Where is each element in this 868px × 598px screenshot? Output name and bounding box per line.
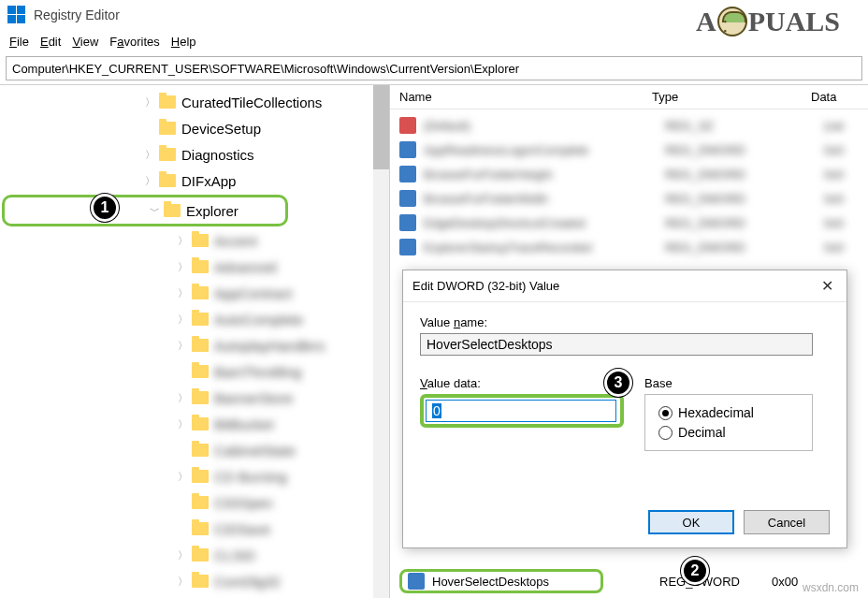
- tree-label: Diagnostics: [181, 147, 254, 163]
- chevron-right-icon[interactable]: 〉: [173, 339, 192, 353]
- tree-item-explorer[interactable]: ﹀ Explorer: [2, 195, 288, 226]
- menu-view[interactable]: View: [72, 35, 98, 49]
- tree-label: DeviceSetup: [181, 121, 261, 137]
- edit-dword-dialog: Edit DWORD (32-bit) Value ✕ Value name: …: [402, 270, 847, 548]
- chevron-right-icon[interactable]: 〉: [140, 174, 159, 188]
- tree-item[interactable]: CIDSave: [0, 516, 389, 542]
- chevron-right-icon[interactable]: 〉: [173, 417, 192, 431]
- chevron-right-icon[interactable]: 〉: [173, 234, 192, 248]
- folder-icon: [192, 365, 209, 378]
- tree-item[interactable]: 〉BitBucket: [0, 411, 389, 437]
- radio-decimal[interactable]: Decimal: [658, 425, 799, 440]
- folder-icon: [192, 339, 209, 352]
- chevron-right-icon[interactable]: 〉: [173, 391, 192, 405]
- tree-item[interactable]: 〉AutoplayHandlers: [0, 332, 389, 358]
- brand-face-icon: [717, 7, 747, 36]
- tree-item[interactable]: 〉ComDlg32: [0, 568, 389, 594]
- tree-item[interactable]: 〉AppContract: [0, 280, 389, 306]
- value-name: ExplorerStartupTraceRecorded: [424, 241, 665, 255]
- column-data[interactable]: Data: [811, 90, 868, 104]
- tree-item[interactable]: 〉 DIFxApp: [0, 168, 389, 194]
- base-label: Base: [644, 376, 813, 390]
- chevron-right-icon[interactable]: 〉: [140, 95, 159, 109]
- tree-item[interactable]: BamThrottling: [0, 358, 389, 385]
- value-name-label: Value name:: [420, 315, 830, 329]
- tree-label: CD Burning: [214, 469, 287, 485]
- radio-dot-icon: [658, 426, 673, 440]
- folder-icon: [159, 122, 176, 135]
- chevron-right-icon[interactable]: 〉: [173, 260, 192, 274]
- list-item[interactable]: (Default)REG_SZ(val: [390, 113, 868, 138]
- chevron-right-icon[interactable]: 〉: [140, 148, 159, 162]
- value-name: HoverSelectDesktops: [432, 575, 595, 589]
- radio-dot-icon: [658, 406, 673, 420]
- scrollbar-thumb[interactable]: [373, 85, 389, 169]
- column-name[interactable]: Name: [390, 90, 652, 104]
- chevron-right-icon[interactable]: 〉: [173, 313, 192, 327]
- cancel-button[interactable]: Cancel: [744, 510, 830, 534]
- value-data-highlight: 0: [420, 394, 624, 428]
- chevron-right-icon[interactable]: 〉: [173, 470, 192, 484]
- chevron-right-icon[interactable]: 〉: [173, 286, 192, 300]
- tree-item[interactable]: 〉Advanced: [0, 254, 389, 280]
- radio-hexadecimal[interactable]: Hexadecimal: [658, 405, 799, 420]
- tree-item[interactable]: CabinetState: [0, 437, 389, 463]
- tree-label: BannerStore: [214, 390, 293, 406]
- tree-label: Advanced: [214, 259, 277, 275]
- list-item-hoverselect[interactable]: HoverSelectDesktops REG_DWORD 0x00: [390, 568, 868, 594]
- annotation-step-1: 1: [91, 194, 119, 222]
- value-name-field[interactable]: HoverSelectDesktops: [420, 333, 813, 356]
- cancel-label: Cancel: [768, 516, 805, 530]
- ok-button[interactable]: OK: [648, 510, 734, 534]
- folder-icon: [192, 260, 209, 273]
- reg-dword-icon: [399, 239, 416, 255]
- value-name: BrowseForFolderWidth: [424, 192, 665, 206]
- folder-icon: [192, 575, 209, 588]
- tree-item[interactable]: 〉AutoComplete: [0, 306, 389, 332]
- tree-item[interactable]: 〉CD Burning: [0, 463, 389, 489]
- tree-item[interactable]: 〉 CuratedTileCollections: [0, 89, 389, 115]
- folder-icon: [192, 470, 209, 483]
- close-icon[interactable]: ✕: [817, 277, 837, 295]
- tree-label: DIFxApp: [181, 173, 236, 189]
- list-item[interactable]: BrowseForFolderWidthREG_DWORD0x0: [390, 186, 868, 211]
- folder-icon: [159, 95, 176, 109]
- reg-dword-icon: [399, 214, 416, 231]
- tree-label: CuratedTileCollections: [181, 95, 322, 110]
- column-type[interactable]: Type: [652, 90, 811, 104]
- value-data-field[interactable]: 0: [426, 400, 616, 422]
- menu-favorites[interactable]: Favorites: [109, 35, 159, 49]
- tree-item[interactable]: DeviceSetup: [0, 115, 389, 141]
- tree-item[interactable]: 〉 Diagnostics: [0, 141, 389, 168]
- tree-label: AppContract: [214, 285, 292, 301]
- folder-icon: [164, 204, 181, 217]
- folder-icon: [192, 496, 209, 509]
- chevron-right-icon[interactable]: 〉: [173, 575, 192, 589]
- base-group: Base Hexadecimal Decimal: [644, 376, 813, 451]
- list-item[interactable]: AppReadinessLogonCompleteREG_DWORD0x0: [390, 138, 868, 162]
- reg-dword-icon: [399, 190, 416, 207]
- tree-item[interactable]: 〉CLSID: [0, 542, 389, 568]
- list-item[interactable]: ExplorerStartupTraceRecordedREG_DWORD0x0: [390, 235, 868, 259]
- tree-item[interactable]: 〉Accent: [0, 227, 389, 254]
- annotation-step-2: 2: [681, 557, 709, 585]
- tree-label: CabinetState: [214, 443, 296, 459]
- list-item[interactable]: EdgeDesktopShortcutCreatedREG_DWORD0x0: [390, 211, 868, 235]
- tree-item[interactable]: CIDOpen: [0, 489, 389, 516]
- value-type: REG_DWORD: [665, 168, 824, 182]
- tree-item[interactable]: 〉BannerStore: [0, 385, 389, 411]
- chevron-right-icon[interactable]: 〉: [173, 548, 192, 562]
- chevron-down-icon[interactable]: ﹀: [145, 204, 164, 218]
- menu-file[interactable]: File: [9, 35, 29, 49]
- dialog-titlebar: Edit DWORD (32-bit) Value ✕: [403, 270, 846, 302]
- menu-help[interactable]: Help: [171, 35, 196, 49]
- appuals-brand: A PUALS: [696, 6, 840, 37]
- list-item[interactable]: BrowseForFolderHeightREG_DWORD0x0: [390, 162, 868, 186]
- tree-scrollbar[interactable]: [373, 85, 389, 598]
- value-name: BrowseForFolderHeight: [424, 168, 665, 182]
- ok-label: OK: [683, 516, 701, 530]
- address-bar[interactable]: Computer\HKEY_CURRENT_USER\SOFTWARE\Micr…: [6, 56, 862, 80]
- menu-edit[interactable]: Edit: [40, 35, 61, 49]
- address-path: Computer\HKEY_CURRENT_USER\SOFTWARE\Micr…: [12, 62, 519, 76]
- value-data: 0x0: [824, 192, 844, 206]
